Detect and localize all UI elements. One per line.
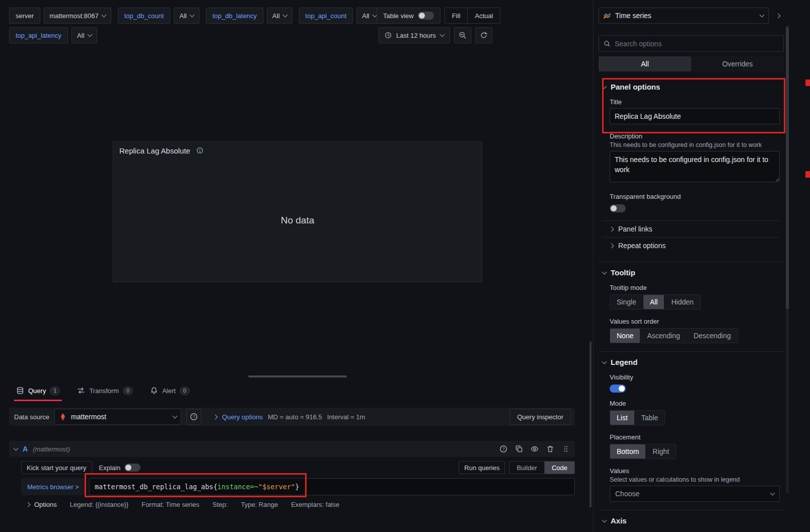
variable-label-top-api-latency[interactable]: top_api_latency bbox=[9, 27, 68, 43]
values-sort-order-group: None Ascending Descending bbox=[610, 328, 738, 343]
run-queries-button[interactable]: Run queries bbox=[459, 461, 505, 474]
collapse-query-row-icon[interactable] bbox=[14, 446, 19, 451]
query-run-tools: Run queries Builder Code bbox=[459, 461, 575, 474]
options-toggle[interactable]: Options bbox=[26, 501, 57, 508]
panel-options-header[interactable]: Panel options bbox=[603, 83, 780, 91]
promql-expression-input[interactable]: mattermost_db_replica_lag_abs{instance=~… bbox=[89, 478, 575, 495]
chevron-down-icon bbox=[760, 13, 765, 18]
time-controls: Last 12 hours bbox=[379, 27, 492, 43]
sort-ascending[interactable]: Ascending bbox=[640, 329, 687, 343]
placement-bottom[interactable]: Bottom bbox=[610, 444, 646, 459]
query-options-toggle[interactable]: Query options MD = auto = 916.5 Interval… bbox=[213, 413, 365, 421]
transparent-background-toggle[interactable] bbox=[610, 204, 626, 212]
variable-value-top-db-latency[interactable]: All bbox=[267, 8, 292, 24]
svg-text:?: ? bbox=[502, 446, 505, 451]
help-circle-icon: ? bbox=[190, 413, 198, 421]
delete-query-icon[interactable] bbox=[546, 445, 554, 453]
tab-all-options[interactable]: All bbox=[599, 56, 691, 71]
kick-start-button[interactable]: Kick start your query bbox=[21, 461, 92, 474]
variable-label-top-db-latency[interactable]: top_db_latency bbox=[206, 8, 263, 24]
query-inspector-button[interactable]: Query inspector bbox=[509, 409, 571, 425]
info-icon[interactable] bbox=[196, 147, 203, 154]
axis-header[interactable]: Axis bbox=[603, 516, 780, 525]
tab-alert[interactable]: Alert 0 bbox=[149, 384, 191, 401]
panel-links-label: Panel links bbox=[618, 225, 652, 233]
query-options-summary-row: Options Legend: {{instance}} Format: Tim… bbox=[9, 501, 575, 508]
builder-code-switch: Builder Code bbox=[509, 461, 575, 474]
tooltip-mode-all[interactable]: All bbox=[643, 295, 665, 309]
code-option[interactable]: Code bbox=[545, 462, 574, 474]
fill-option[interactable]: Fill bbox=[445, 8, 468, 23]
query-expression-row: Metrics browser > mattermost_db_replica_… bbox=[9, 478, 575, 495]
variable-label-top-db-count[interactable]: top_db_count bbox=[118, 8, 171, 24]
builder-option[interactable]: Builder bbox=[509, 462, 544, 474]
variable-value-server[interactable]: mattermost:8067 bbox=[44, 8, 111, 24]
pane-resize-handle[interactable] bbox=[248, 375, 347, 377]
main-scrollbar[interactable] bbox=[590, 341, 592, 507]
chevron-down-icon bbox=[87, 32, 92, 37]
tooltip-header[interactable]: Tooltip bbox=[603, 268, 780, 277]
sort-none[interactable]: None bbox=[610, 329, 640, 343]
drag-handle-icon[interactable] bbox=[562, 445, 570, 453]
datasource-help-button[interactable]: ? bbox=[186, 409, 201, 425]
duplicate-query-icon[interactable] bbox=[515, 445, 523, 453]
variable-top-api-latency: top_api_latency All bbox=[9, 27, 97, 43]
visualization-picker[interactable]: Time series bbox=[599, 8, 769, 24]
legend-mode-table[interactable]: Table bbox=[635, 411, 665, 425]
refresh-button[interactable] bbox=[475, 27, 492, 43]
legend-mode-list[interactable]: List bbox=[610, 411, 635, 425]
tab-overrides[interactable]: Overrides bbox=[691, 56, 784, 71]
datasource-row: Data source mattermost ? Query options M… bbox=[9, 408, 575, 426]
panel-header[interactable]: Replica Lag Absolute bbox=[113, 142, 482, 159]
legend-visibility-toggle[interactable] bbox=[610, 385, 626, 393]
tab-label: Transform bbox=[89, 387, 119, 395]
help-circle-icon[interactable]: ? bbox=[499, 445, 507, 453]
prometheus-icon bbox=[59, 413, 67, 421]
tab-transform[interactable]: Transform 0 bbox=[76, 384, 134, 401]
repeat-options-row[interactable]: Repeat options bbox=[603, 237, 780, 254]
tab-query[interactable]: Query 1 bbox=[15, 384, 61, 401]
panel-links-row[interactable]: Panel links bbox=[603, 220, 780, 237]
variable-label-server[interactable]: server bbox=[9, 8, 40, 24]
datasource-picker[interactable]: mattermost bbox=[54, 409, 181, 425]
toggle-visibility-icon[interactable] bbox=[531, 445, 539, 453]
sidebar-scrollbar[interactable] bbox=[786, 25, 789, 493]
transparent-background-label: Transparent background bbox=[610, 193, 780, 200]
table-view-label: Table view bbox=[383, 12, 414, 20]
zoom-out-button[interactable] bbox=[454, 27, 471, 43]
variable-label-top-api-count[interactable]: top_api_count bbox=[299, 8, 353, 24]
tooltip-mode-single[interactable]: Single bbox=[610, 295, 643, 309]
explain-label: Explain bbox=[99, 464, 121, 472]
variable-top-db-latency: top_db_latency All bbox=[206, 8, 292, 24]
placement-right[interactable]: Right bbox=[646, 444, 676, 459]
explain-toggle[interactable] bbox=[124, 464, 140, 472]
actual-option[interactable]: Actual bbox=[468, 8, 500, 23]
variables-row-2: top_api_latency All bbox=[9, 27, 104, 43]
sort-descending[interactable]: Descending bbox=[687, 329, 738, 343]
table-view-toggle[interactable] bbox=[418, 12, 434, 20]
promql-value: "$server" bbox=[258, 483, 295, 491]
legend-header[interactable]: Legend bbox=[603, 358, 780, 366]
panel-title-input[interactable] bbox=[610, 108, 780, 124]
collapse-options-pane-button[interactable] bbox=[772, 8, 784, 24]
section-panel-options: Panel options Title Description This nee… bbox=[599, 77, 784, 262]
query-ref-id: A bbox=[23, 445, 28, 453]
section-axis: Axis bbox=[599, 510, 784, 532]
metrics-browser-button[interactable]: Metrics browser > bbox=[21, 478, 85, 495]
section-title: Tooltip bbox=[611, 268, 635, 277]
tooltip-mode-group: Single All Hidden bbox=[610, 294, 701, 310]
tab-label: Query bbox=[28, 387, 46, 395]
legend-values-select[interactable]: Choose bbox=[610, 486, 780, 502]
options-search-input[interactable] bbox=[615, 40, 779, 48]
promql-brace: { bbox=[213, 483, 217, 491]
chevron-down-icon bbox=[770, 491, 775, 496]
datasource-name: mattermost bbox=[71, 413, 106, 421]
panel-description-input[interactable]: This needs to be configured in config.js… bbox=[610, 151, 780, 182]
variable-value-top-api-latency[interactable]: All bbox=[71, 27, 97, 43]
tooltip-mode-hidden[interactable]: Hidden bbox=[665, 295, 700, 309]
variable-value-text: mattermost:8067 bbox=[49, 12, 99, 20]
explain-control: Explain bbox=[99, 464, 141, 472]
variable-value-top-db-count[interactable]: All bbox=[174, 8, 199, 24]
query-row-header[interactable]: A (mattermost) ? bbox=[9, 441, 575, 457]
time-range-picker[interactable]: Last 12 hours bbox=[379, 27, 450, 43]
